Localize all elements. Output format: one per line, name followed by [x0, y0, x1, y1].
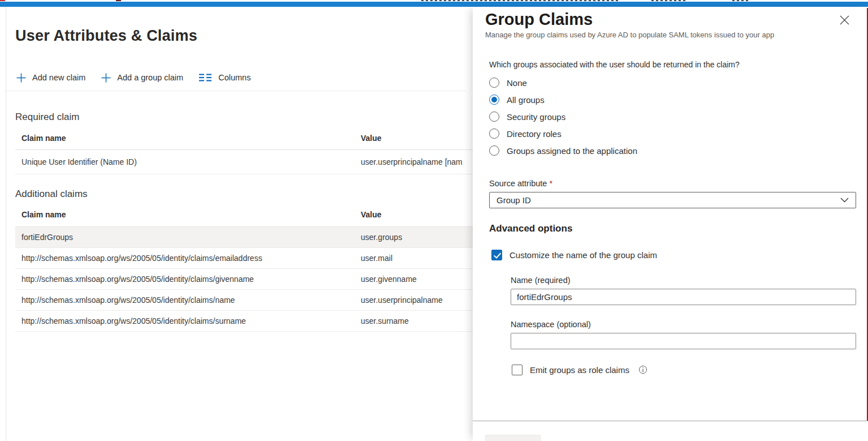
claim-name-cell: Unique User Identifier (Name ID)	[21, 150, 137, 174]
advanced-options-heading: Advanced options	[489, 223, 572, 234]
claim-value-cell: user.mail	[361, 248, 392, 268]
namespace-input[interactable]	[511, 333, 856, 349]
claim-name-cell: http://schemas.xmlsoap.org/ws/2005/05/id…	[21, 311, 246, 331]
add-group-claim-label: Add a group claim	[117, 73, 183, 82]
radio-option-none[interactable]: None	[489, 77, 637, 88]
checkbox	[512, 365, 522, 375]
panel-subtitle: Manage the group claims used by Azure AD…	[485, 31, 836, 39]
radio-option-groups-assigned[interactable]: Groups assigned to the application	[489, 145, 637, 156]
table-row[interactable]: Unique User Identifier (Name ID) user.us…	[15, 150, 473, 174]
claim-name-cell: fortiEdrGroups	[21, 227, 73, 247]
column-header-claim-name: Claim name	[21, 134, 66, 143]
radio-button	[489, 145, 499, 156]
radio-label: Security groups	[507, 112, 565, 122]
columns-button[interactable]: Columns	[199, 73, 251, 82]
radio-button	[489, 95, 499, 105]
column-header-value: Value	[361, 210, 382, 219]
radio-label: All groups	[507, 95, 545, 105]
panel-footer-divider	[473, 421, 868, 421]
required-claim-heading: Required claim	[15, 112, 79, 123]
table-row[interactable]: http://schemas.xmlsoap.org/ws/2005/05/id…	[15, 311, 473, 332]
emit-groups-label: Emit groups as role claims	[530, 365, 629, 375]
plus-icon	[16, 73, 26, 83]
checkbox	[491, 250, 502, 260]
claim-value-cell: user.userprincipalname	[361, 290, 443, 310]
user-attributes-claims-page: User Attributes & Claims Add new claim A…	[0, 7, 473, 441]
additional-claims-table-header: Claim name Value	[15, 209, 473, 226]
group-type-radio-group: None All groups Security groups Director…	[489, 77, 637, 156]
toolbar: Add new claim Add a group claim	[16, 70, 251, 85]
name-field-label: Name (required)	[511, 276, 571, 285]
browser-fragment	[116, 0, 121, 1]
source-attribute-value: Group ID	[496, 195, 531, 205]
radio-label: Groups assigned to the application	[507, 146, 637, 156]
radio-button	[489, 129, 499, 139]
browser-fragment	[732, 0, 749, 1]
close-icon	[840, 15, 849, 25]
columns-icon	[199, 74, 212, 82]
page-title: User Attributes & Claims	[15, 27, 197, 45]
name-input[interactable]	[511, 289, 856, 305]
claim-name-cell: http://schemas.xmlsoap.org/ws/2005/05/id…	[21, 248, 262, 268]
radio-option-all-groups[interactable]: All groups	[489, 94, 637, 105]
add-group-claim-button[interactable]: Add a group claim	[101, 73, 183, 83]
panel-title: Group Claims	[485, 10, 593, 29]
required-asterisk: *	[549, 179, 552, 188]
toolbar-divider	[6, 91, 467, 91]
table-row[interactable]: fortiEdrGroups user.groups	[15, 227, 473, 248]
claim-value-cell: user.givenname	[361, 269, 417, 289]
column-header-claim-name: Claim name	[21, 210, 66, 219]
plus-icon	[101, 73, 111, 83]
additional-claims-heading: Additional claims	[15, 189, 88, 200]
table-row[interactable]: http://schemas.xmlsoap.org/ws/2005/05/id…	[15, 248, 473, 269]
claim-value-cell: user.groups	[361, 227, 402, 247]
claim-value-cell: user.surname	[361, 311, 409, 331]
column-header-value: Value	[361, 134, 382, 143]
columns-label: Columns	[218, 73, 251, 82]
browser-fragment	[421, 0, 619, 1]
radio-button	[489, 78, 499, 88]
customize-name-checkbox-row[interactable]: Customize the name of the group claim	[491, 249, 657, 260]
claim-name-cell: http://schemas.xmlsoap.org/ws/2005/05/id…	[21, 290, 235, 310]
group-claims-panel: Group Claims Manage the group claims use…	[473, 7, 868, 441]
azure-top-bar	[0, 2, 868, 7]
groups-question-label: Which groups associated with the user sh…	[489, 60, 740, 69]
radio-button	[489, 112, 499, 122]
emit-groups-checkbox-row[interactable]: Emit groups as role claims	[512, 364, 647, 375]
source-attribute-label: Source attribute*	[489, 179, 552, 188]
close-button[interactable]	[837, 12, 852, 27]
browser-fragment	[0, 0, 5, 1]
add-new-claim-label: Add new claim	[32, 73, 85, 82]
customize-name-label: Customize the name of the group claim	[509, 250, 657, 260]
save-button[interactable]: Save	[485, 435, 541, 441]
radio-option-security-groups[interactable]: Security groups	[489, 111, 637, 122]
radio-option-directory-roles[interactable]: Directory roles	[489, 128, 637, 139]
radio-label: None	[507, 78, 527, 88]
page-left-border	[6, 7, 6, 441]
table-row[interactable]: http://schemas.xmlsoap.org/ws/2005/05/id…	[15, 269, 473, 290]
source-attribute-select[interactable]: Group ID	[489, 192, 856, 208]
namespace-field-label: Namespace (optional)	[511, 320, 591, 329]
additional-claims-table: fortiEdrGroups user.groups http://schema…	[15, 227, 473, 332]
required-claim-table-header: Claim name Value	[15, 132, 473, 149]
claim-name-cell: http://schemas.xmlsoap.org/ws/2005/05/id…	[21, 269, 254, 289]
add-new-claim-button[interactable]: Add new claim	[16, 73, 85, 83]
info-icon[interactable]	[638, 365, 647, 374]
claim-value-cell: user.userprincipalname [nam	[361, 150, 463, 174]
browser-fragment	[651, 0, 686, 1]
radio-label: Directory roles	[507, 129, 562, 139]
table-row[interactable]: http://schemas.xmlsoap.org/ws/2005/05/id…	[15, 290, 473, 311]
screen: User Attributes & Claims Add new claim A…	[0, 0, 868, 441]
chevron-down-icon	[840, 198, 849, 203]
